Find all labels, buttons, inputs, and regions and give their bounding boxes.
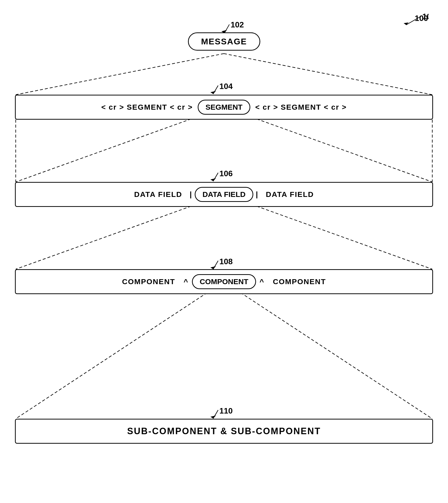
message-node: MESSAGE (188, 32, 260, 51)
component-inline-node: COMPONENT (192, 274, 256, 289)
datafield-sep-right: | (253, 190, 261, 199)
svg-marker-26 (210, 416, 216, 419)
svg-marker-17 (210, 91, 216, 94)
segment-left-text: < cr > SEGMENT < cr > (96, 103, 198, 111)
svg-marker-20 (210, 178, 216, 181)
segment-inline-node: SEGMENT (198, 100, 250, 115)
svg-line-9 (224, 282, 432, 419)
svg-text:102: 102 (231, 22, 244, 29)
datafield-row-box: DATA FIELD | DATA FIELD | DATA FIELD (15, 182, 433, 207)
diagram-container: 100 100 102 MESSAGE 104 < cr > SEGMENT <… (0, 0, 448, 503)
datafield-right-text: DATA FIELD (261, 190, 319, 199)
svg-line-10 (406, 16, 421, 25)
svg-line-1 (224, 54, 432, 95)
svg-text:104: 104 (219, 84, 233, 91)
component-right-text: COMPONENT (268, 277, 331, 286)
svg-text:108: 108 (219, 259, 233, 266)
component-sep-left: ^ (180, 277, 192, 286)
svg-marker-23 (210, 266, 216, 269)
component-row-box: COMPONENT ^ COMPONENT ^ COMPONENT (15, 269, 433, 294)
component-left-text: COMPONENT (117, 277, 180, 286)
component-sep-right: ^ (256, 277, 268, 286)
svg-text:100: 100 (422, 14, 429, 21)
segment-right-text: < cr > SEGMENT < cr > (250, 103, 352, 111)
svg-text:110: 110 (219, 408, 233, 415)
segment-row-box: < cr > SEGMENT < cr > SEGMENT < cr > SEG… (15, 95, 433, 120)
subcomponent-row-box: SUB-COMPONENT & SUB-COMPONENT (15, 419, 433, 444)
subcomponent-text: SUB-COMPONENT & SUB-COMPONENT (122, 426, 326, 436)
datafield-sep-left: | (187, 190, 195, 199)
svg-line-8 (16, 282, 224, 419)
svg-text:106: 106 (219, 171, 233, 178)
datafield-inline-node: DATA FIELD (195, 187, 253, 202)
datafield-left-text: DATA FIELD (129, 190, 187, 199)
arrow-100: 100 (399, 14, 429, 29)
svg-line-0 (16, 54, 224, 95)
